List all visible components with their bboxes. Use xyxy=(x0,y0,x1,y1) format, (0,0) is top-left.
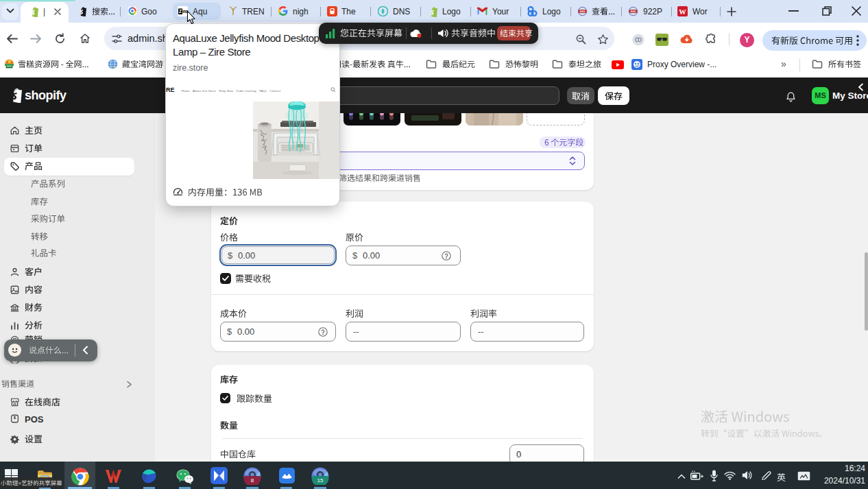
svg-text:Z: Z xyxy=(179,9,182,14)
svg-text:W: W xyxy=(679,8,686,16)
svg-text:15: 15 xyxy=(317,477,324,484)
svg-text:922: 922 xyxy=(631,10,636,13)
svg-text:922: 922 xyxy=(580,10,586,13)
svg-text:8: 8 xyxy=(251,477,254,484)
